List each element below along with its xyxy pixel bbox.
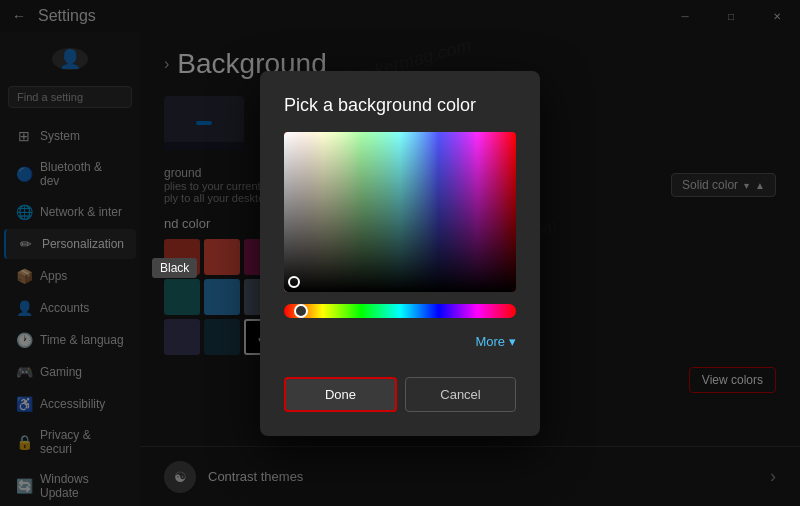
modal-actions: Done Cancel	[284, 377, 516, 412]
modal-title: Pick a background color	[284, 95, 516, 116]
black-overlay	[284, 132, 516, 292]
color-picker-modal: Pick a background color More ▾ Done Canc…	[260, 71, 540, 436]
hue-slider[interactable]	[284, 304, 516, 318]
more-label: More	[475, 334, 505, 349]
more-chevron: ▾	[509, 334, 516, 349]
done-button[interactable]: Done	[284, 377, 397, 412]
picker-cursor	[288, 276, 300, 288]
color-picker-area[interactable]	[284, 132, 516, 292]
more-button[interactable]: More ▾	[475, 334, 516, 349]
modal-overlay: Black Pick a background color More ▾ Don…	[0, 0, 800, 506]
black-tooltip: Black	[152, 258, 197, 278]
hue-thumb[interactable]	[294, 304, 308, 318]
cancel-button[interactable]: Cancel	[405, 377, 516, 412]
